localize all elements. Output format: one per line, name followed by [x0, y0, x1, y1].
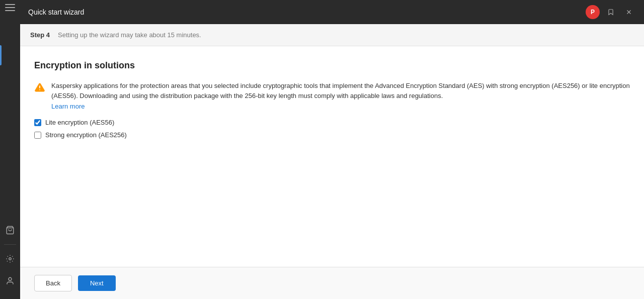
lite-encryption-checkbox[interactable]	[34, 119, 41, 126]
warning-box: Kaspersky applications for the protectio…	[34, 81, 630, 111]
content-area: Encryption in solutions Kaspersky applic…	[20, 46, 644, 267]
filter-icon[interactable]	[1, 250, 19, 268]
warning-text: Kaspersky applications for the protectio…	[51, 81, 630, 101]
titlebar: Quick start wizard P	[20, 0, 644, 24]
sidebar-accent-bar	[0, 45, 2, 65]
bookmark-icon[interactable]	[604, 5, 618, 19]
sidebar	[0, 0, 20, 299]
window-title: Quick start wizard	[28, 8, 586, 16]
step-number: Step 4	[30, 31, 50, 39]
svg-point-6	[39, 89, 40, 90]
sidebar-bottom-icons	[1, 220, 19, 295]
next-button[interactable]: Next	[78, 275, 116, 291]
warning-triangle-icon	[34, 82, 45, 95]
close-icon[interactable]	[622, 5, 636, 19]
sidebar-divider	[4, 244, 16, 245]
warning-content: Kaspersky applications for the protectio…	[51, 81, 630, 111]
lite-encryption-option[interactable]: Lite encryption (AES56)	[34, 119, 630, 126]
strong-encryption-option[interactable]: Strong encryption (AES256)	[34, 131, 630, 139]
learn-more-link[interactable]: Learn more	[51, 103, 85, 110]
titlebar-actions: P	[586, 5, 636, 19]
main-panel: Quick start wizard P Step 4 Setting up t…	[20, 0, 644, 299]
svg-point-1	[9, 258, 12, 260]
lite-encryption-label: Lite encryption (AES56)	[45, 119, 114, 126]
user-avatar[interactable]: P	[586, 5, 600, 19]
svg-point-2	[9, 277, 12, 280]
strong-encryption-checkbox[interactable]	[34, 132, 41, 139]
user-icon[interactable]	[1, 272, 19, 290]
step-bar: Step 4 Setting up the wizard may take ab…	[20, 24, 644, 46]
bag-icon[interactable]	[1, 221, 19, 239]
step-description: Setting up the wizard may take about 15 …	[58, 31, 201, 39]
back-button[interactable]: Back	[34, 275, 72, 291]
page-title: Encryption in solutions	[34, 60, 630, 71]
encryption-options: Lite encryption (AES56) Strong encryptio…	[34, 119, 630, 139]
strong-encryption-label: Strong encryption (AES256)	[45, 131, 127, 139]
hamburger-menu[interactable]	[5, 4, 15, 11]
footer: Back Next	[20, 267, 644, 299]
